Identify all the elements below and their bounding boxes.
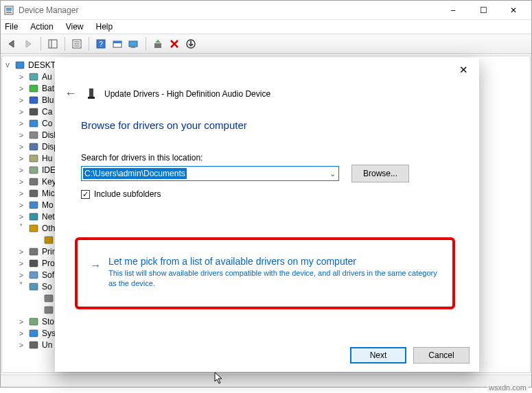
svg-rect-22 xyxy=(30,97,38,104)
include-subfolders-label: Include subfolders xyxy=(94,189,161,199)
speaker-icon xyxy=(43,305,54,315)
tree-item-label: Sys xyxy=(42,329,56,338)
menu-view[interactable]: View xyxy=(66,21,84,34)
uninstall-icon[interactable] xyxy=(167,36,182,51)
expand-icon[interactable]: > xyxy=(17,248,25,256)
svg-rect-29 xyxy=(30,178,38,185)
svg-rect-39 xyxy=(45,295,53,302)
svg-rect-19 xyxy=(16,62,24,69)
menu-file[interactable]: File xyxy=(5,21,18,34)
expand-icon[interactable]: > xyxy=(17,84,25,93)
driver-location-value: C:\Users\admin\Documents xyxy=(83,168,187,179)
expand-icon[interactable]: > xyxy=(17,318,25,326)
tree-item-label: Blu xyxy=(42,95,54,105)
svg-rect-24 xyxy=(30,120,38,127)
expand-icon[interactable]: > xyxy=(17,201,25,209)
dialog-close-button[interactable]: ✕ xyxy=(452,60,475,80)
sound-icon xyxy=(28,281,39,292)
cancel-button[interactable]: Cancel xyxy=(413,347,470,364)
tree-item-label: Mo xyxy=(42,200,54,210)
location-label: Search for drivers in this location: xyxy=(81,153,203,163)
battery-icon xyxy=(28,83,39,94)
monitor-icon xyxy=(28,200,39,211)
svg-rect-30 xyxy=(30,190,38,197)
show-hide-tree-icon[interactable] xyxy=(45,36,60,51)
camera-icon xyxy=(28,106,39,117)
tree-item-label: IDE xyxy=(42,165,56,175)
chevron-down-icon[interactable]: ⌄ xyxy=(326,169,338,178)
collapse-icon[interactable]: ˅ xyxy=(17,281,25,290)
status-bar xyxy=(1,374,531,387)
disk-icon xyxy=(28,130,39,141)
svg-rect-26 xyxy=(30,143,38,150)
expand-icon[interactable]: > xyxy=(17,213,25,221)
pick-from-list-title: Let me pick from a list of available dri… xyxy=(108,256,441,267)
system-icon xyxy=(28,328,39,339)
browse-button[interactable]: Browse... xyxy=(351,165,409,182)
svg-rect-3 xyxy=(49,40,57,48)
scan-hardware-icon[interactable] xyxy=(126,36,141,51)
expand-icon[interactable]: > xyxy=(17,154,25,163)
expand-icon[interactable]: > xyxy=(17,96,25,104)
expand-icon[interactable]: > xyxy=(17,143,25,151)
svg-rect-31 xyxy=(30,202,38,209)
update-driver-icon[interactable] xyxy=(150,36,165,51)
tree-item-label: Pro xyxy=(42,259,55,268)
svg-rect-20 xyxy=(30,73,38,80)
svg-rect-33 xyxy=(30,225,38,232)
include-subfolders-row[interactable]: ✓ Include subfolders xyxy=(81,189,161,199)
expand-icon[interactable]: > xyxy=(17,271,25,279)
back-icon[interactable] xyxy=(5,36,20,51)
back-arrow-icon[interactable]: ← xyxy=(62,86,80,101)
dialog-header-text: Update Drivers - High Definition Audio D… xyxy=(104,89,270,99)
tree-item-label: Mic xyxy=(42,189,55,198)
collapse-icon[interactable]: ˅ xyxy=(17,223,25,232)
expand-icon[interactable]: > xyxy=(17,178,25,186)
tree-item-label: Net xyxy=(42,212,55,222)
next-button[interactable]: Next xyxy=(350,347,406,364)
window-maximize-button[interactable]: ☐ xyxy=(468,1,498,20)
svg-rect-14 xyxy=(131,47,135,48)
menu-help[interactable]: Help xyxy=(96,21,113,34)
svg-rect-23 xyxy=(30,108,38,115)
include-subfolders-checkbox[interactable]: ✓ xyxy=(81,190,90,199)
network-icon xyxy=(28,211,39,222)
expand-icon[interactable]: > xyxy=(17,329,25,337)
expand-icon[interactable]: > xyxy=(17,341,25,349)
pick-from-list-option[interactable]: Let me pick from a list of available dri… xyxy=(91,256,441,289)
toolbar-separator xyxy=(89,37,89,51)
disable-icon[interactable] xyxy=(183,36,198,51)
bluetooth-icon xyxy=(28,95,39,106)
properties-icon[interactable] xyxy=(69,36,84,51)
device-icon xyxy=(86,88,97,99)
svg-rect-32 xyxy=(30,213,38,220)
toolbar: ? xyxy=(1,34,531,54)
expand-icon[interactable]: > xyxy=(17,108,25,116)
expand-icon[interactable]: > xyxy=(17,166,25,174)
tree-item-label: Sto xyxy=(42,317,54,326)
svg-rect-45 xyxy=(88,97,95,99)
tree-item-label: Key xyxy=(42,177,56,187)
svg-rect-25 xyxy=(30,132,38,139)
tree-item-label: Oth xyxy=(42,224,55,233)
software-icon xyxy=(28,270,39,281)
expand-icon[interactable]: v xyxy=(3,60,12,69)
expand-icon[interactable]: > xyxy=(17,259,25,267)
window-close-button[interactable]: ✕ xyxy=(498,1,529,20)
titlebar: Device Manager – ☐ ✕ xyxy=(1,1,531,20)
window-icon[interactable] xyxy=(110,36,125,51)
tree-item-label: Hu xyxy=(42,154,52,163)
svg-rect-41 xyxy=(30,318,38,325)
window-minimize-button[interactable]: – xyxy=(438,1,468,20)
svg-rect-1 xyxy=(6,8,12,11)
help-icon[interactable]: ? xyxy=(93,36,108,51)
expand-icon[interactable]: > xyxy=(17,119,25,128)
forward-icon[interactable] xyxy=(21,36,36,51)
tree-item-label: Un xyxy=(42,340,52,350)
expand-icon[interactable]: > xyxy=(17,73,25,81)
cursor-icon xyxy=(214,372,224,384)
expand-icon[interactable]: > xyxy=(17,131,25,139)
driver-location-combobox[interactable]: C:\Users\admin\Documents ⌄ xyxy=(81,166,339,181)
menu-action[interactable]: Action xyxy=(30,21,53,34)
expand-icon[interactable]: > xyxy=(17,189,25,198)
